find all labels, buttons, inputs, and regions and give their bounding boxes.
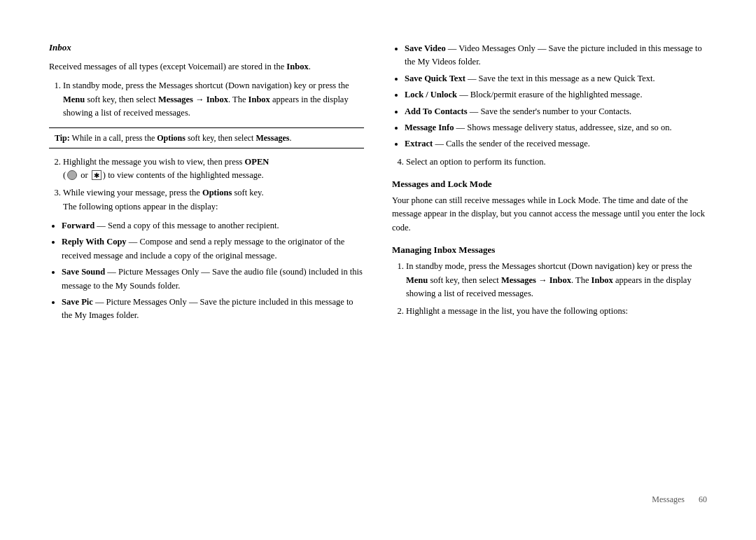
step4-list: Select an option to perform its function… — [406, 155, 707, 169]
step-2: Highlight the message you wish to view, … — [63, 155, 364, 183]
two-column-layout: Inbox Received messages of all types (ex… — [49, 42, 707, 487]
bullet-save-sound: Save Sound — Picture Messages Only — Sav… — [62, 265, 364, 293]
bullet-lock-unlock: Lock / Unlock — Block/permit erasure of … — [405, 88, 707, 102]
right-column: Save Video — Video Messages Only — Save … — [392, 42, 707, 487]
bullet-reply-with-copy: Reply With Copy — Compose and send a rep… — [62, 235, 364, 263]
left-column: Inbox Received messages of all types (ex… — [49, 42, 364, 487]
bullet-save-quick-text: Save Quick Text — Save the text in this … — [405, 72, 707, 85]
bullet-message-info: Message Info — Shows message delivery st… — [405, 121, 707, 134]
step-1: In standby mode, press the Messages shor… — [63, 79, 364, 120]
bullet-extract: Extract — Calls the sender of the receiv… — [405, 137, 707, 151]
footer-page-number: 60 — [699, 494, 707, 505]
bullet-save-video: Save Video — Video Messages Only — Save … — [405, 42, 707, 69]
page-footer: Messages 60 — [49, 494, 707, 505]
managing-step-1: In standby mode, press the Messages shor… — [406, 260, 707, 300]
messages-lock-mode-title: Messages and Lock Mode — [392, 179, 707, 190]
step-3: While viewing your message, press the Op… — [63, 186, 364, 214]
managing-inbox-steps: In standby mode, press the Messages shor… — [406, 260, 707, 319]
bullet-save-pic: Save Pic — Picture Messages Only — Save … — [62, 296, 364, 323]
options-bullets-right: Save Video — Video Messages Only — Save … — [405, 42, 707, 151]
bullet-forward: Forward — Send a copy of this message to… — [62, 219, 364, 233]
managing-step-2: Highlight a message in the list, you hav… — [406, 305, 707, 318]
step-4: Select an option to perform its function… — [406, 155, 707, 169]
inbox-title: Inbox — [49, 42, 364, 53]
star-icon: ✱ — [92, 170, 102, 180]
tip-box: Tip: While in a call, press the Options … — [49, 127, 364, 148]
circle-filled-icon — [67, 170, 77, 180]
managing-inbox-title: Managing Inbox Messages — [392, 244, 707, 256]
steps-list: In standby mode, press the Messages shor… — [63, 79, 364, 120]
messages-lock-mode-text: Your phone can still receive messages wh… — [392, 194, 707, 235]
page: Inbox Received messages of all types (ex… — [0, 0, 756, 540]
footer-section-label: Messages — [652, 494, 685, 505]
steps-list-continued: Highlight the message you wish to view, … — [63, 155, 364, 214]
intro-paragraph: Received messages of all types (except V… — [49, 60, 364, 74]
options-bullets-left: Forward — Send a copy of this message to… — [62, 219, 364, 323]
bullet-add-to-contacts: Add To Contacts — Save the sender's numb… — [405, 105, 707, 118]
